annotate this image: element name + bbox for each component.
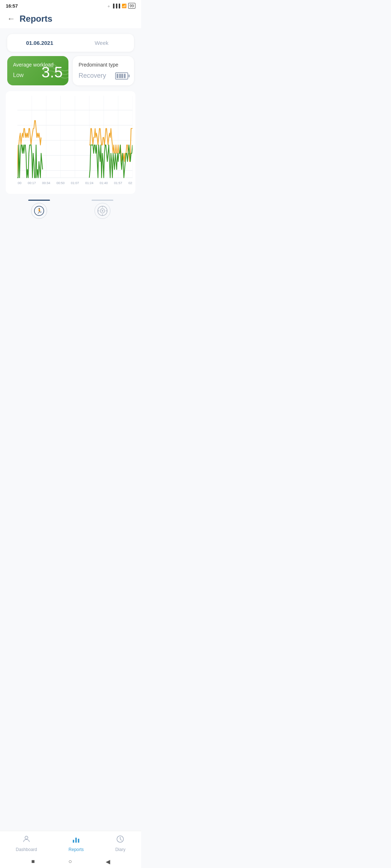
svg-text:01:40: 01:40 [100, 181, 108, 185]
status-bar: 16:57 ⬦ ▐▐▐ 📶 99 [0, 0, 141, 10]
type-card: Predominant type Recovery [73, 56, 134, 85]
type-value: Recovery [79, 72, 106, 80]
activity-tabs: 🏃 [7, 200, 134, 219]
stats-row: Average workload Low 3.5 Predominant typ… [7, 56, 134, 85]
svg-text:00:17: 00:17 [28, 181, 36, 185]
svg-text:🏃: 🏃 [36, 208, 42, 214]
status-time: 16:57 [6, 3, 18, 9]
signal-icon: ▐▐▐ [112, 4, 120, 8]
stress-icon [94, 203, 110, 219]
workload-card: Average workload Low 3.5 [7, 56, 68, 85]
battery-icon [115, 72, 128, 80]
date-button[interactable]: 01.06.2021 [9, 35, 71, 50]
chart-container: 0 0 2 4 6 8 10 00:00 00:17 00:34 00:50 0… [6, 91, 135, 194]
svg-text:01:24: 01:24 [85, 181, 93, 185]
workload-chart: 0 0 2 4 6 8 10 00:00 00:17 00:34 00:50 0… [17, 95, 133, 190]
page-title: Reports [20, 14, 52, 24]
workload-decoration [43, 60, 68, 82]
tab-indicator-stress [92, 200, 113, 201]
date-selector[interactable]: 01.06.2021 Week [7, 34, 134, 52]
battery-status: 99 [128, 3, 135, 9]
svg-text:00:00: 00:00 [17, 181, 21, 185]
bluetooth-icon: ⬦ [108, 4, 110, 8]
svg-text:01:07: 01:07 [71, 181, 79, 185]
period-button[interactable]: Week [71, 35, 133, 50]
wifi-icon: 📶 [122, 4, 127, 8]
type-value-row: Recovery [79, 72, 128, 80]
svg-text:01:57: 01:57 [114, 181, 122, 185]
status-icons: ⬦ ▐▐▐ 📶 99 [108, 3, 135, 9]
running-icon: 🏃 [31, 203, 47, 219]
svg-point-34 [102, 210, 103, 212]
header: ← Reports [0, 10, 141, 28]
activity-tab-running[interactable]: 🏃 [28, 200, 50, 219]
back-button[interactable]: ← [7, 14, 15, 24]
tab-indicator-running [28, 200, 50, 201]
svg-text:00:50: 00:50 [56, 181, 64, 185]
activity-tab-stress[interactable] [92, 200, 113, 219]
svg-text:02:14: 02:14 [129, 181, 133, 185]
type-title: Predominant type [79, 62, 128, 68]
svg-text:00:34: 00:34 [42, 181, 50, 185]
